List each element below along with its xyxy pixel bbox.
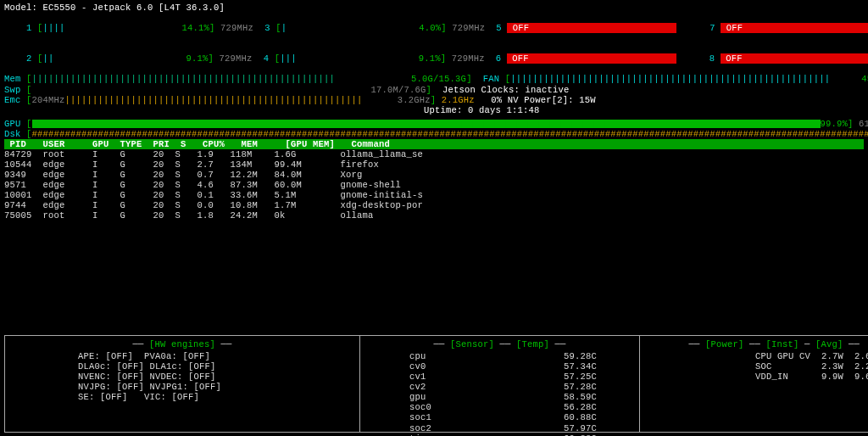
table-row: 10544 edge I G 20 S 2.7 134M 99.4M firef… xyxy=(4,159,864,170)
table-row: 9744 edge I G 20 S 0.0 10.8M 1.7M xdg-de… xyxy=(4,200,864,210)
proc-header: PID USER GPU TYPE PRI S CPU% MEM [GPU ME… xyxy=(4,139,864,149)
dsk-row: Dsk [###################################… xyxy=(4,129,864,139)
list-item: DLA0c: [OFF] DLA1c: [OFF] xyxy=(78,361,354,372)
list-item: soc0 56.28C xyxy=(365,402,634,412)
emc-row: Emc [204MHz|||||||||||||||||||||||||||||… xyxy=(4,95,864,105)
power-panel: ── [Power] ── [Inst] ─ [Avg] ── CPU GPU … xyxy=(640,335,868,433)
list-item: APE: [OFF] PVA0a: [OFF] xyxy=(78,351,354,361)
uptime-row: Uptime: 0 days 1:1:48 xyxy=(4,105,864,115)
list-item: NVJPG: [OFF] NVJPG1: [OFF] xyxy=(78,382,354,392)
table-row: 84729 root I G 20 S 1.9 118M 1.6G ollama… xyxy=(4,149,864,159)
list-item: SOC 2.3W 2.2W xyxy=(645,361,868,372)
cpu-row-1: 1 [||||14.1%] 729MHz 3 [|4.0%] 729MHz 5 … xyxy=(4,13,864,43)
table-row: 75005 root I G 20 S 1.8 24.2M 0k ollama xyxy=(4,210,864,221)
list-item: soc1 60.88C xyxy=(365,412,634,422)
list-item: cv2 57.28C xyxy=(365,382,634,392)
list-item: cv1 57.25C xyxy=(365,372,634,382)
list-item: CPU GPU CV 2.7W 2.6W xyxy=(645,351,868,361)
cpu-row-2: 2 [||9.1%] 729MHz 4 [|||9.1%] 729MHz 6 O… xyxy=(4,43,864,74)
list-item: cpu 59.28C xyxy=(365,351,634,361)
mem-row: Mem [|||||||||||||||||||||||||||||||||||… xyxy=(4,74,864,84)
table-row: 10001 edge I G 20 S 0.1 33.6M 5.1M gnome… xyxy=(4,190,864,200)
table-row: 9349 edge I G 20 S 0.7 12.2M 84.0M Xorg xyxy=(4,170,864,180)
swp-row: Swp [17.0M/7.6G] Jetson Clocks: inactive xyxy=(4,85,864,95)
gpu-row: GPU [███████████████████████████████████… xyxy=(4,119,864,129)
list-item: SE: [OFF] VIC: [OFF] xyxy=(78,392,354,402)
list-item: cv0 57.34C xyxy=(365,361,634,372)
list-item: VDD_IN 9.9W 9.6W xyxy=(645,372,868,382)
list-item: tj 60.88C xyxy=(365,433,634,436)
proc-table: 84729 root I G 20 S 1.9 118M 1.6G ollama… xyxy=(4,149,864,221)
list-item: NVENC: [OFF] NVDEC: [OFF] xyxy=(78,372,354,382)
model-line: Model: EC5550 - Jetpack 6.0 [L4T 36.3.0] xyxy=(4,3,864,13)
list-item: gpu 58.59C xyxy=(365,392,634,402)
table-row: 9571 edge I G 20 S 4.6 87.3M 60.0M gnome… xyxy=(4,180,864,190)
hw-engines-panel: ── [HW engines] ── APE: [OFF] PVA0a: [OF… xyxy=(4,335,360,433)
list-item: soc2 57.97C xyxy=(365,423,634,433)
sensor-panel: ── [Sensor] ── [Temp] ── cpu 59.28C cv0 … xyxy=(360,335,640,433)
